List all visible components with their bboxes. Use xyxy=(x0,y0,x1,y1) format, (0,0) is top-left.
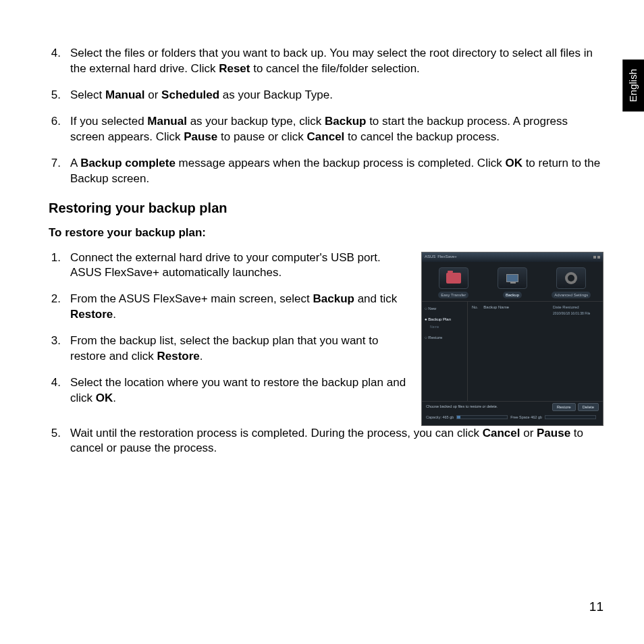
tab-label: Easy Transfer xyxy=(438,292,468,298)
opt-restore: ○ Restore xyxy=(425,335,464,340)
list-number: 5. xyxy=(49,426,70,457)
list-text: From the backup list, select the backup … xyxy=(70,333,409,365)
col-date: Date Restored xyxy=(553,304,600,310)
restore-subheading: To restore your backup plan: xyxy=(49,225,603,241)
list-text: From the ASUS FlexSave+ main screen, sel… xyxy=(70,292,409,323)
list-text: A Backup complete message appears when t… xyxy=(70,156,603,187)
steps-list-restore: 1.Connect the external hard drive to you… xyxy=(49,250,409,407)
screenshot-bottom: Choose backed up files to restore or del… xyxy=(422,401,603,425)
list-text: Select the location where you want to re… xyxy=(70,375,409,406)
app-screenshot: ASUS FlexSave+ Easy Transfer Backup xyxy=(421,252,603,426)
opt-backup-plan: ● Backup Plan xyxy=(425,317,464,322)
list-item: 6.If you selected Manual as your backup … xyxy=(49,114,603,145)
language-tab: English xyxy=(622,59,644,111)
list-item: 1.Connect the external hard drive to you… xyxy=(49,250,409,281)
steps-list-top: 4.Select the files or folders that you w… xyxy=(49,46,603,187)
list-item: 7.A Backup complete message appears when… xyxy=(49,156,603,187)
btn-delete: Delete xyxy=(578,403,599,411)
col-no: No. xyxy=(472,304,478,310)
cap-bar-right xyxy=(545,415,596,419)
list-item: 5.Wait until the restoration process is … xyxy=(49,426,603,457)
list-item: 5.Select Manual or Scheduled as your Bac… xyxy=(49,88,603,103)
list-item: 2.From the ASUS FlexSave+ main screen, s… xyxy=(49,292,409,323)
page-number: 11 xyxy=(589,598,603,616)
screenshot-sidebar: ○ New ● Backup Plan Name ○ Restore xyxy=(422,302,468,401)
list-text: Connect the external hard drive to your … xyxy=(70,250,409,281)
list-number: 4. xyxy=(49,375,70,406)
app-name: FlexSave+ xyxy=(437,254,457,259)
app-brand: ASUS xyxy=(425,254,435,259)
list-number: 6. xyxy=(49,114,70,145)
cap-bar-left xyxy=(456,415,508,419)
list-text: Select the files or folders that you wan… xyxy=(70,46,603,77)
app-titlebar: ASUS FlexSave+ xyxy=(422,252,603,262)
screenshot-right: Date Restored 2010/06/18 16:01:38 File xyxy=(550,302,603,401)
close-icon xyxy=(597,256,600,259)
opt-sub: Name xyxy=(425,325,464,329)
gear-icon xyxy=(565,272,577,284)
monitor-icon xyxy=(506,274,518,282)
steps-list-restore-tail: 5.Wait until the restoration process is … xyxy=(49,426,603,457)
opt-new: ○ New xyxy=(425,306,464,311)
list-number: 4. xyxy=(49,46,70,77)
cap-left: Capacity: 465 gb xyxy=(426,415,454,420)
list-number: 1. xyxy=(49,250,70,281)
folder-icon xyxy=(446,273,461,284)
list-number: 5. xyxy=(49,88,70,103)
list-text: Wait until the restoration process is co… xyxy=(70,426,603,457)
tab-backup: Backup xyxy=(485,267,539,298)
date-val: 2010/06/18 16:01:38 File xyxy=(553,311,600,316)
restore-heading: Restoring your backup plan xyxy=(49,199,603,217)
list-number: 2. xyxy=(49,292,70,323)
tab-label: Backup xyxy=(503,292,522,298)
note-text: Choose backed up files to restore or del… xyxy=(426,404,498,409)
list-text: Select Manual or Scheduled as your Backu… xyxy=(70,88,603,103)
screenshot-center: No. Backup Name xyxy=(468,302,550,401)
col-name: Backup Name xyxy=(483,304,509,310)
list-text: If you selected Manual as your backup ty… xyxy=(70,114,603,145)
tab-label: Advanced Settings xyxy=(552,292,591,298)
tab-advanced: Advanced Settings xyxy=(544,267,599,298)
btn-restore: Restore xyxy=(552,403,576,411)
list-number: 7. xyxy=(49,156,70,187)
cap-right: Free Space 462 gb xyxy=(510,415,542,420)
tab-easy-transfer: Easy Transfer xyxy=(426,267,481,298)
list-number: 3. xyxy=(49,333,70,365)
min-icon xyxy=(593,256,596,259)
list-item: 4.Select the files or folders that you w… xyxy=(49,46,603,77)
list-item: 3.From the backup list, select the backu… xyxy=(49,333,409,365)
list-item: 4.Select the location where you want to … xyxy=(49,375,409,406)
